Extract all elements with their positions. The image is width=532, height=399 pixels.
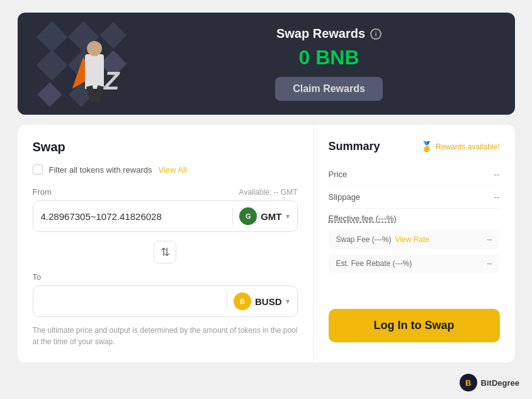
bitdegree-watermark: B BitDegree [460,374,519,391]
to-token-input-wrapper: B BUSD ▾ [33,286,298,317]
filter-row: Filter all tokens with rewards View All [33,165,298,175]
main-card: Swap Filter all tokens with rewards View… [18,125,515,362]
bitdegree-name: BitDegree [481,378,519,388]
view-rate-link[interactable]: View Rate [395,235,429,244]
rewards-available-text: Rewards available! [436,142,499,151]
swap-rewards-banner: Z Swap Rewards i 0 BNB Claim Rewards [18,13,515,115]
slippage-row: Slippage -- [329,186,500,209]
from-label: From [33,187,52,197]
from-amount-input[interactable] [41,211,227,222]
swap-panel: Swap Filter all tokens with rewards View… [18,125,314,362]
effective-fee-section: Effective fee (---%) [329,209,500,228]
busd-token-icon: B [234,292,251,310]
price-value: -- [494,170,500,179]
fee-rebate-row: Est. Fee Rebate (---%) -- [329,254,500,273]
swap-direction-row: ⇅ [33,241,298,263]
to-token-selector[interactable]: B BUSD ▾ [227,292,290,310]
gmt-token-icon: G [239,207,257,225]
slippage-value: -- [494,192,500,202]
effective-fee-label: Effective fee (---%) [329,214,397,223]
rewards-badge: 🥇 Rewards available! [421,141,499,153]
runner-illustration: Z [69,38,120,101]
to-label: To [33,272,42,282]
fee-rebate-label: Est. Fee Rebate (---%) [336,259,412,268]
banner-content: Swap Rewards i 0 BNB Claim Rewards [164,26,495,101]
slippage-label: Slippage [329,192,361,202]
from-token-chevron: ▾ [286,212,290,221]
to-label-row: To [33,272,298,282]
to-token-name: BUSD [255,296,282,307]
from-token-selector[interactable]: G GMT ▾ [232,207,289,225]
from-label-row: From Available: -- GMT [33,187,298,197]
view-all-link[interactable]: View All [159,165,187,175]
swap-fee-label: Swap Fee (---%) [336,235,392,244]
from-token-input-wrapper: G GMT ▾ [33,200,298,232]
login-to-swap-button[interactable]: Log In to Swap [329,309,500,342]
swap-fee-value: -- [487,235,492,244]
disclaimer-text: The ultimate price and output is determi… [33,325,298,347]
swap-fee-row: Swap Fee (---%) View Rate -- [329,230,500,249]
filter-checkbox[interactable] [33,165,43,175]
price-row: Price -- [329,163,500,186]
summary-panel: Summary 🥇 Rewards available! Price -- Sl… [314,125,515,362]
banner-amount: 0 BNB [298,46,359,69]
summary-header: Summary 🥇 Rewards available! [329,140,500,153]
claim-rewards-button[interactable]: Claim Rewards [275,77,383,101]
banner-illustration: Z [38,23,164,105]
from-token-name: GMT [261,211,281,222]
to-token-chevron: ▾ [286,297,290,306]
price-label: Price [329,170,348,179]
swap-fee-label-group: Swap Fee (---%) View Rate [336,235,430,244]
medal-icon: 🥇 [421,141,433,153]
bitdegree-logo: B [460,374,477,391]
swap-title: Swap [33,140,298,154]
swap-direction-button[interactable]: ⇅ [154,241,176,263]
banner-title: Swap Rewards i [276,26,382,41]
fee-rebate-value: -- [487,259,492,268]
summary-title: Summary [329,140,380,153]
available-text: Available: -- GMT [239,188,297,197]
to-amount-input[interactable] [41,296,220,307]
filter-label: Filter all tokens with rewards [49,165,152,175]
banner-title-text: Swap Rewards [276,26,365,41]
info-icon[interactable]: i [370,28,382,40]
